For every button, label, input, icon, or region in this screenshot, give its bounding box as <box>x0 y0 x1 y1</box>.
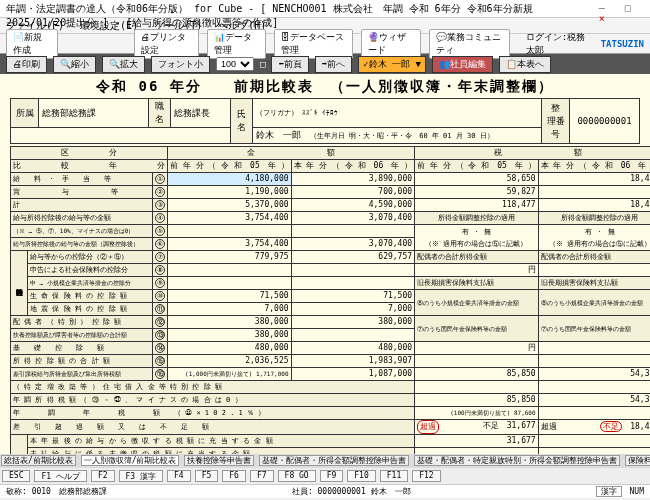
menu-env[interactable]: 環境設定(E) <box>80 20 138 31</box>
close-btn[interactable]: × <box>592 13 612 24</box>
max-btn[interactable]: □ <box>618 2 638 13</box>
status-num: NUM <box>630 487 644 496</box>
zoom-select[interactable]: 100 <box>216 57 254 71</box>
document-area: 令和 06 年分 前期比較表 （一人別徴収簿・年末調整欄） 所属 総務部総務課 … <box>0 74 650 454</box>
tab-4[interactable]: 基礎・配偶者・所得金額調整控除申告書 <box>259 455 409 466</box>
wizard-btn[interactable]: 🔮ウィザード <box>361 29 420 59</box>
next-btn[interactable]: ➡前へ <box>315 56 352 73</box>
tab-1[interactable]: 総括表/前期比較表 <box>1 455 76 466</box>
doc-title: 令和 06 年分 前期比較表 （一人別徴収簿・年末調整欄） <box>10 78 640 96</box>
person-selector[interactable]: ✓鈴木 一郎 ▼ <box>358 56 426 73</box>
tab-3[interactable]: 扶養控除等申告書 <box>184 455 254 466</box>
f11-key[interactable]: F11 <box>380 470 408 482</box>
col-zei: 税 額 <box>415 147 650 160</box>
prev-page-btn[interactable]: ⬅前頁 <box>271 56 308 73</box>
zoomin-btn[interactable]: 🔍拡大 <box>102 56 145 73</box>
f12-key[interactable]: F12 <box>412 470 440 482</box>
status-kanji: 漢字 <box>596 486 622 497</box>
main-sheet-btn[interactable]: 📋本表へ <box>499 56 551 73</box>
col-kin-prev: 前 年 分 （ 令 和 05 年 ） <box>168 160 292 173</box>
f10-key[interactable]: F10 <box>347 470 375 482</box>
status-left: 敬称: 0010 総務部総務課 <box>6 486 107 497</box>
employee-edit-btn[interactable]: 👥社員編集 <box>432 56 493 73</box>
salary-tax-curr[interactable]: 18,410 <box>538 173 650 186</box>
titlebar: 年調・法定調書の達人（令和06年分版） for Cube - [ NENCHO0… <box>0 0 650 18</box>
print-btn[interactable]: 🖨印刷 <box>6 56 47 73</box>
salary-tax-prev[interactable]: 58,650 <box>415 173 539 186</box>
min-btn[interactable]: – <box>592 2 612 13</box>
col-kin-curr: 本 年 分 （ 令 和 06 年 ） <box>291 160 415 173</box>
new-btn[interactable]: 📄新規作成 <box>6 29 58 59</box>
logo: TATSUZIN <box>601 39 644 49</box>
name-birth: 鈴木 一郎 （生年月日 明・大・昭・平・令 60 年 01 月 30 日） <box>253 128 542 144</box>
community-btn[interactable]: 💬業務コミュニティ <box>429 29 510 59</box>
sheet-tabs: 総括表/前期比較表 一人別徴収簿/前期比較表 扶養控除等申告書 基礎・配偶者・所… <box>0 454 650 468</box>
esc-key[interactable]: ESC <box>2 470 30 482</box>
f4-key[interactable]: F4 <box>167 470 191 482</box>
print-setup-btn[interactable]: 🖨プリンタ設定 <box>134 29 199 59</box>
f3-key[interactable]: F3 漢字 <box>119 470 163 482</box>
dept-value: 総務部総務課 <box>39 99 149 128</box>
f1-key[interactable]: F1 ヘルプ <box>34 470 86 482</box>
tab-5[interactable]: 基礎・配偶者・特定親族特別・所得金額調整控除申告書 <box>414 455 620 466</box>
dept-label: 所属 <box>11 99 39 128</box>
kana-value: （フリガナ） ｽｽﾞｷ ｲﾁﾛｳ <box>253 99 542 128</box>
salary-prev[interactable]: 4,180,000 <box>168 173 292 186</box>
zoomout-btn[interactable]: 🔍縮小 <box>53 56 96 73</box>
tab-6[interactable]: 保険料控除申告書 <box>625 455 650 466</box>
f2-key[interactable]: F2 <box>91 470 115 482</box>
db-mgmt-btn[interactable]: 🗄データベース管理 <box>274 29 353 59</box>
window-title: 年調・法定調書の達人（令和06年分版） for Cube - [ NENCHO0… <box>6 2 592 15</box>
col-kin: 金 額 <box>168 147 415 160</box>
col-kubun: 区 分 <box>11 147 168 160</box>
f5-key[interactable]: F5 <box>195 470 219 482</box>
fontsmall-btn[interactable]: フォント小 <box>151 56 210 73</box>
tab-2[interactable]: 一人別徴収簿/前期比較表 <box>81 455 180 466</box>
toolbar-secondary: 🖨印刷 🔍縮小 🔍拡大 フォント小 100 □ ⬅前頁 ➡前へ ✓鈴木 一郎 ▼… <box>0 54 650 74</box>
mgr-label: 整 理番 号 <box>542 99 570 144</box>
status-mid: 社員: 0000000001 鈴木 一郎 <box>292 486 411 497</box>
login-user: ログイン:税務 太郎 <box>526 31 593 57</box>
col-zei-prev: 前 年 分 （ 令 和 05 年 ） <box>415 160 539 173</box>
f9-key[interactable]: F9 <box>320 470 344 482</box>
function-keys: ESC F1 ヘルプ F2 F3 漢字 F4 F5 F6 F7 F8 GO F9… <box>0 468 650 484</box>
mgr-value: 0000000001 <box>570 99 640 144</box>
pos-value: 総務課長 <box>171 99 231 128</box>
f7-key[interactable]: F7 <box>250 470 274 482</box>
f8-key[interactable]: F8 GO <box>278 470 316 482</box>
toolbar-primary: 📄新規作成 🖨プリンタ設定 📊データ管理 🗄データベース管理 🔮ウィザード 💬業… <box>0 34 650 54</box>
comparison-grid: 区 分 金 額 税 額 比 較 年 分 前 年 分 （ 令 和 05 年 ） 本… <box>10 146 650 454</box>
col-zei-curr: 本 年 分 （ 令 和 06 年 ） <box>538 160 650 173</box>
name-label: 氏名 <box>231 99 253 144</box>
row-compare: 比 較 年 分 <box>11 160 168 173</box>
data-mgmt-btn[interactable]: 📊データ管理 <box>207 29 266 59</box>
header-info: 所属 総務部総務課 職名 総務課長 氏名 （フリガナ） ｽｽﾞｷ ｲﾁﾛｳ 整 … <box>10 98 640 144</box>
statusbar: 敬称: 0010 総務部総務課 社員: 0000000001 鈴木 一郎 漢字 … <box>0 484 650 498</box>
f6-key[interactable]: F6 <box>222 470 246 482</box>
pos-label: 職名 <box>149 99 171 128</box>
salary-curr[interactable]: 3,890,000 <box>291 173 415 186</box>
